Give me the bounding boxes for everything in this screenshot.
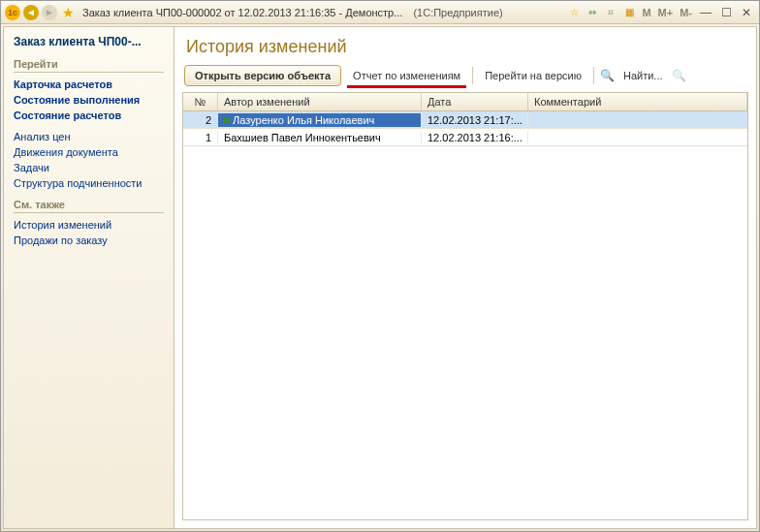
sidebar-section-goto: Перейти	[14, 58, 164, 73]
table-row[interactable]: 2Лазуренко Илья Николаевич12.02.2013 21:…	[183, 111, 747, 129]
logo-1c-icon: 1c	[5, 5, 20, 20]
sidebar-item[interactable]: Продажи по заказу	[14, 233, 164, 248]
window-title: Заказ клиента ЧП00-000002 от 12.02.2013 …	[82, 7, 402, 18]
sidebar-item[interactable]: История изменений	[14, 217, 164, 233]
sidebar-title: Заказ клиента ЧП00-...	[14, 35, 164, 48]
titlebar: 1c ◄ ► ★ Заказ клиента ЧП00-000002 от 12…	[1, 1, 759, 24]
search-clear-icon[interactable]: 🔍	[672, 69, 686, 82]
row-marker-icon	[224, 117, 230, 123]
cell-date: 12.02.2013 21:16:...	[422, 131, 528, 144]
m-plus-button[interactable]: M+	[656, 7, 676, 18]
toolbar-separator	[472, 67, 473, 84]
col-number[interactable]: №	[183, 93, 218, 110]
cell-comment	[528, 119, 747, 121]
col-date[interactable]: Дата	[422, 93, 528, 110]
col-comment[interactable]: Комментарий	[528, 93, 747, 110]
page-title: История изменений	[174, 27, 756, 63]
close-button[interactable]: ✕	[738, 5, 755, 20]
table-row[interactable]: 1Бахшиев Павел Иннокентьевич12.02.2013 2…	[183, 129, 747, 146]
link-icon[interactable]: ⇔	[585, 5, 600, 20]
goto-version-button[interactable]: Перейти на версию	[479, 66, 587, 85]
m-minus-button[interactable]: M-	[678, 7, 694, 18]
search-icon: 🔍	[600, 69, 615, 82]
table-header: № Автор изменений Дата Комментарий	[183, 93, 747, 111]
m-button[interactable]: M	[640, 7, 652, 18]
favorite-small-icon[interactable]: ☆	[566, 5, 582, 20]
find-button[interactable]: Найти...	[618, 66, 669, 85]
sidebar-item[interactable]: Состояние расчетов	[14, 108, 164, 123]
changes-report-button[interactable]: Отчет по изменениям	[347, 66, 466, 85]
cell-author: Бахшиев Павел Иннокентьевич	[218, 131, 422, 144]
sidebar-item[interactable]: Структура подчиненности	[14, 175, 164, 191]
sidebar-item[interactable]: Карточка расчетов	[14, 77, 164, 92]
history-table: № Автор изменений Дата Комментарий 2Лазу…	[182, 92, 748, 520]
cell-date: 12.02.2013 21:17:...	[422, 113, 528, 127]
sidebar-item[interactable]: Состояние выполнения	[14, 92, 164, 108]
cell-comment	[528, 137, 747, 139]
main-panel: История изменений Открыть версию объекта…	[174, 27, 756, 528]
minimize-button[interactable]: —	[697, 5, 714, 20]
nav-forward-button[interactable]: ►	[42, 5, 57, 20]
calendar-icon[interactable]: ▦	[621, 5, 637, 20]
sidebar-section-seealso: См. также	[14, 199, 164, 213]
cell-n: 2	[183, 113, 218, 127]
toolbar-separator	[593, 67, 594, 84]
calculator-icon[interactable]: ⌗	[603, 5, 618, 20]
toolbar: Открыть версию объекта Отчет по изменени…	[174, 63, 756, 92]
sidebar-item[interactable]: Анализ цен	[14, 129, 164, 144]
favorite-star-icon[interactable]: ★	[60, 5, 76, 20]
maximize-button[interactable]: ☐	[717, 5, 735, 20]
window-context: (1С:Предприятие)	[413, 7, 502, 18]
nav-back-button[interactable]: ◄	[23, 5, 39, 20]
app-window: 1c ◄ ► ★ Заказ клиента ЧП00-000002 от 12…	[0, 0, 760, 532]
cell-author: Лазуренко Илья Николаевич	[218, 113, 422, 127]
sidebar: Заказ клиента ЧП00-... Перейти Карточка …	[4, 27, 174, 528]
open-version-button[interactable]: Открыть версию объекта	[184, 65, 341, 86]
cell-n: 1	[183, 131, 218, 144]
sidebar-item[interactable]: Задачи	[14, 160, 164, 175]
sidebar-item[interactable]: Движения документа	[14, 144, 164, 160]
col-author[interactable]: Автор изменений	[218, 93, 422, 110]
